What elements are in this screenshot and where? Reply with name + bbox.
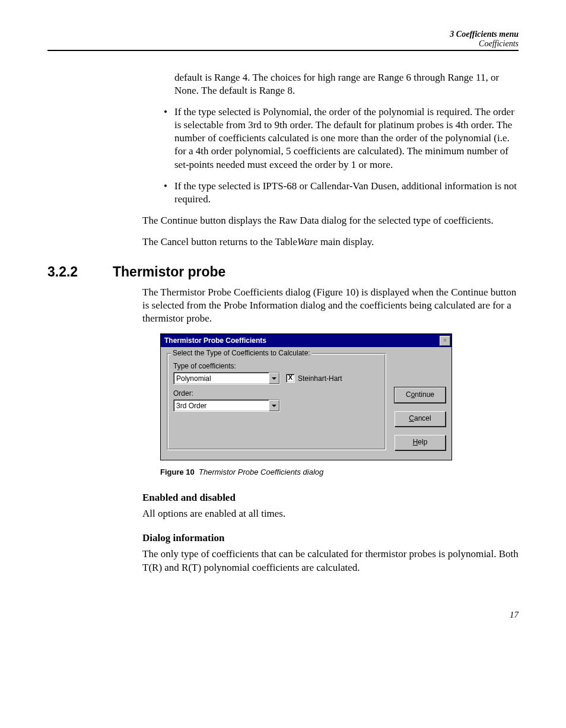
bullet-list: If the type selected is Polynomial, the … [160, 106, 519, 206]
bullet-item: If the type selected is Polynomial, the … [160, 106, 519, 171]
type-select[interactable]: Polynomial [173, 372, 280, 384]
header-subsection: Coefficients [479, 39, 519, 48]
header-chapter: 3 Coefficients menu [450, 30, 519, 39]
figure-text: Thermistor Probe Coefficients dialog [199, 468, 323, 476]
subheading-enabled: Enabled and disabled [142, 492, 519, 504]
continue-paragraph: The Continue button displays the Raw Dat… [142, 214, 519, 227]
order-value: 3rd Order [176, 402, 206, 410]
steinhart-checkbox[interactable]: X Steinhart-Hart [286, 374, 342, 383]
chevron-down-icon [269, 400, 279, 411]
cancel-button[interactable]: Cancel [395, 411, 446, 427]
text: C [409, 414, 414, 422]
section-title: Thermistor probe [113, 264, 225, 280]
tableware-em: Ware [297, 236, 318, 247]
type-value: Polynomial [176, 374, 211, 383]
help-button[interactable]: Help [395, 435, 446, 450]
close-icon: × [443, 336, 447, 344]
close-button[interactable]: × [440, 336, 450, 346]
subheading-dialog-info: Dialog information [142, 532, 519, 544]
text: elp [418, 438, 427, 446]
page-number: 17 [47, 610, 519, 620]
order-label: Order: [173, 389, 380, 398]
chevron-down-icon [269, 373, 279, 384]
thermistor-dialog: Thermistor Probe Coefficients × Select t… [160, 333, 452, 460]
dialog-title: Thermistor Probe Coefficients [164, 336, 266, 345]
order-select[interactable]: 3rd Order [173, 399, 280, 412]
type-label: Type of coefficients: [173, 362, 380, 370]
figure-label: Figure 10 [160, 468, 195, 476]
intro-paragraph: default is Range 4. The choices for high… [160, 71, 519, 97]
text: The Cancel button returns to the Table [142, 236, 297, 247]
continue-button[interactable]: Continue [395, 387, 446, 403]
figure-caption: Figure 10 Thermistor Probe Coefficients … [160, 468, 519, 476]
groupbox-legend: Select the Type of Coefficients to Calcu… [171, 349, 312, 357]
steinhart-label: Steinhart-Hart [298, 374, 342, 383]
checkbox-mark: X [286, 374, 295, 383]
text: ancel [414, 414, 431, 422]
section-number: 3.2.2 [47, 264, 113, 280]
bullet-item: If the type selected is IPTS-68 or Calle… [160, 180, 519, 206]
section-heading: 3.2.2 Thermistor probe [47, 264, 519, 280]
section-paragraph: The Thermistor Probe Coefficients dialog… [142, 286, 519, 325]
text: C [406, 390, 411, 399]
enabled-paragraph: All options are enabled at all times. [142, 507, 519, 520]
page-header: 3 Coefficients menu Coefficients [47, 30, 519, 51]
cancel-paragraph: The Cancel button returns to the TableWa… [142, 236, 519, 249]
dialog-info-paragraph: The only type of coefficients that can b… [142, 548, 519, 574]
coefficients-groupbox: Select the Type of Coefficients to Calcu… [167, 353, 386, 450]
text: main display. [318, 236, 374, 247]
dialog-titlebar: Thermistor Probe Coefficients × [161, 334, 451, 347]
text: ntinue [415, 390, 434, 399]
